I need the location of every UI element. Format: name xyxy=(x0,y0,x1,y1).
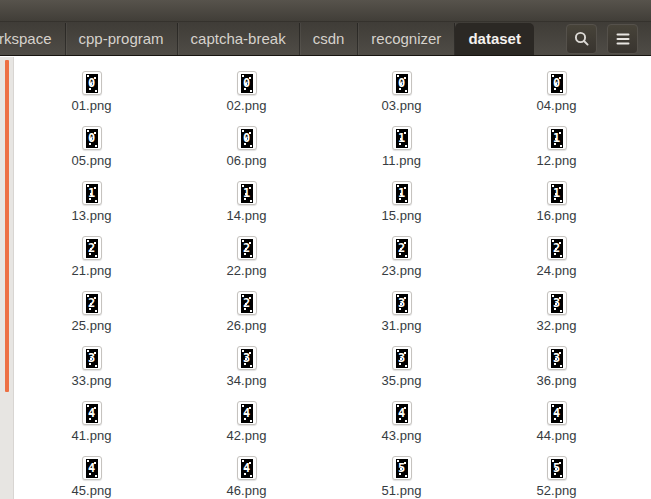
captcha-digit-image: 4 xyxy=(86,459,98,478)
file-item[interactable]: 1 16.png xyxy=(479,181,634,236)
captcha-digit: 0 xyxy=(553,77,560,89)
file-grid: 0 01.png 0 02.png 0 03.png 0 04 xyxy=(14,57,651,499)
file-item[interactable]: 4 42.png xyxy=(169,401,324,456)
captcha-digit: 0 xyxy=(398,77,405,89)
file-item[interactable]: 2 21.png xyxy=(14,236,169,291)
file-item[interactable]: 0 02.png xyxy=(169,71,324,126)
file-item[interactable]: 0 04.png xyxy=(479,71,634,126)
file-thumbnail: 0 xyxy=(82,126,102,150)
file-item[interactable]: 2 22.png xyxy=(169,236,324,291)
file-thumbnail: 4 xyxy=(82,456,102,480)
captcha-digit: 2 xyxy=(553,242,560,254)
captcha-digit-image: 4 xyxy=(241,404,253,423)
captcha-digit-image: 1 xyxy=(86,184,98,203)
captcha-digit-image: 1 xyxy=(241,184,253,203)
file-name-label: 04.png xyxy=(537,98,577,113)
file-item[interactable]: 0 06.png xyxy=(169,126,324,181)
captcha-digit-image: 1 xyxy=(396,129,408,148)
file-item[interactable]: 3 35.png xyxy=(324,346,479,401)
file-item[interactable]: 3 33.png xyxy=(14,346,169,401)
file-item[interactable]: 4 41.png xyxy=(14,401,169,456)
file-name-label: 43.png xyxy=(382,428,422,443)
search-button[interactable] xyxy=(566,24,597,54)
file-item[interactable]: 0 05.png xyxy=(14,126,169,181)
captcha-digit-image: 2 xyxy=(396,239,408,258)
file-item[interactable]: 1 12.png xyxy=(479,126,634,181)
captcha-digit-image: 2 xyxy=(241,294,253,313)
file-thumbnail: 2 xyxy=(82,236,102,260)
breadcrumb-item-cpp-program[interactable]: cpp-program xyxy=(66,23,178,55)
file-thumbnail: 1 xyxy=(392,126,412,150)
captcha-digit-image: 0 xyxy=(86,74,98,93)
file-item[interactable]: 1 13.png xyxy=(14,181,169,236)
file-item[interactable]: 2 23.png xyxy=(324,236,479,291)
file-item[interactable]: 0 03.png xyxy=(324,71,479,126)
captcha-digit-image: 3 xyxy=(551,349,563,368)
captcha-digit-image: 1 xyxy=(551,184,563,203)
file-item[interactable]: 4 43.png xyxy=(324,401,479,456)
file-item[interactable]: 3 34.png xyxy=(169,346,324,401)
file-thumbnail: 2 xyxy=(547,236,567,260)
file-item[interactable]: 2 24.png xyxy=(479,236,634,291)
captcha-digit: 2 xyxy=(88,242,95,254)
breadcrumb-item-recognizer[interactable]: recognizer xyxy=(358,23,455,55)
captcha-digit: 3 xyxy=(398,352,405,364)
file-name-label: 13.png xyxy=(72,208,112,223)
file-name-label: 42.png xyxy=(227,428,267,443)
left-scrollbar-track[interactable] xyxy=(0,57,14,499)
captcha-digit-image: 3 xyxy=(396,349,408,368)
breadcrumb-item-dataset[interactable]: dataset xyxy=(455,23,534,55)
captcha-digit-image: 5 xyxy=(396,459,408,478)
file-name-label: 32.png xyxy=(537,318,577,333)
captcha-digit-image: 1 xyxy=(551,129,563,148)
file-name-label: 44.png xyxy=(537,428,577,443)
file-item[interactable]: 4 46.png xyxy=(169,456,324,499)
file-name-label: 46.png xyxy=(227,483,267,498)
hamburger-menu-icon xyxy=(615,32,631,46)
captcha-digit: 0 xyxy=(88,77,95,89)
file-thumbnail: 0 xyxy=(237,71,257,95)
toolbar: rkspacecpp-programcaptcha-breakcsdnrecog… xyxy=(0,22,651,56)
breadcrumb-item-csdn[interactable]: csdn xyxy=(300,23,359,55)
scrollbar-thumb[interactable] xyxy=(5,60,9,392)
file-name-label: 11.png xyxy=(382,153,421,168)
file-thumbnail: 5 xyxy=(547,456,567,480)
captcha-digit-image: 4 xyxy=(86,404,98,423)
file-thumbnail: 2 xyxy=(392,236,412,260)
captcha-digit: 4 xyxy=(398,407,405,419)
file-thumbnail: 0 xyxy=(237,126,257,150)
breadcrumb-item-rkspace[interactable]: rkspace xyxy=(0,23,66,55)
file-item[interactable]: 2 26.png xyxy=(169,291,324,346)
file-item[interactable]: 5 52.png xyxy=(479,456,634,499)
file-item[interactable]: 5 51.png xyxy=(324,456,479,499)
file-item[interactable]: 2 25.png xyxy=(14,291,169,346)
file-item[interactable]: 4 44.png xyxy=(479,401,634,456)
captcha-digit: 4 xyxy=(88,462,95,474)
file-thumbnail: 4 xyxy=(547,401,567,425)
file-thumbnail: 3 xyxy=(547,346,567,370)
captcha-digit: 0 xyxy=(243,77,250,89)
menu-button[interactable] xyxy=(607,24,638,54)
path-bar: rkspacecpp-programcaptcha-breakcsdnrecog… xyxy=(0,23,534,55)
titlebar-strip xyxy=(0,0,651,22)
file-thumbnail: 2 xyxy=(237,291,257,315)
file-item[interactable]: 4 45.png xyxy=(14,456,169,499)
file-item[interactable]: 1 11.png xyxy=(324,126,479,181)
file-item[interactable]: 3 36.png xyxy=(479,346,634,401)
file-item[interactable]: 3 31.png xyxy=(324,291,479,346)
file-name-label: 31.png xyxy=(382,318,422,333)
file-thumbnail: 3 xyxy=(547,291,567,315)
captcha-digit: 2 xyxy=(243,297,250,309)
file-name-label: 24.png xyxy=(537,263,577,278)
captcha-digit: 3 xyxy=(88,352,95,364)
file-name-label: 33.png xyxy=(72,373,112,388)
file-thumbnail: 2 xyxy=(237,236,257,260)
file-item[interactable]: 1 15.png xyxy=(324,181,479,236)
file-item[interactable]: 1 14.png xyxy=(169,181,324,236)
breadcrumb-item-captcha-break[interactable]: captcha-break xyxy=(178,23,300,55)
file-name-label: 12.png xyxy=(537,153,577,168)
file-item[interactable]: 3 32.png xyxy=(479,291,634,346)
file-item[interactable]: 0 01.png xyxy=(14,71,169,126)
captcha-digit-image: 0 xyxy=(396,74,408,93)
file-name-label: 35.png xyxy=(382,373,422,388)
